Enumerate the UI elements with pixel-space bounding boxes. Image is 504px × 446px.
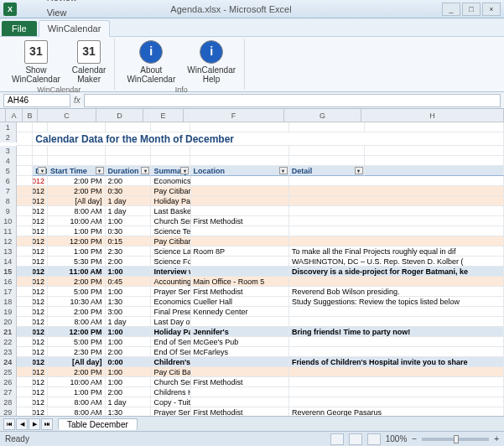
column-header-detail[interactable]: Detail▾ [289, 166, 365, 176]
row-header[interactable]: 10 [0, 216, 17, 226]
detail-cell[interactable] [289, 186, 504, 196]
date-cell[interactable]: Dec 13, 2012 [33, 267, 48, 277]
summary-cell[interactable]: Pay Citibank Credit Card [151, 236, 190, 246]
cell[interactable] [48, 146, 106, 156]
row-header[interactable]: 15 [0, 267, 17, 277]
cell[interactable] [190, 146, 288, 156]
location-cell[interactable] [191, 357, 289, 367]
cell[interactable] [17, 236, 34, 246]
duration-cell[interactable]: 1 day [106, 206, 152, 216]
summary-cell[interactable]: Church Service [151, 377, 190, 387]
ribbon-tab-wincalendar[interactable]: WinCalendar [39, 20, 111, 37]
row-header[interactable]: 29 [0, 407, 17, 416]
date-cell[interactable]: Dec 14, 2012 [33, 307, 48, 317]
location-cell[interactable] [191, 397, 289, 407]
duration-cell[interactable]: 0:30 [106, 226, 152, 236]
row-header[interactable]: 3 [0, 146, 17, 156]
cell[interactable] [17, 176, 34, 186]
cell[interactable] [48, 156, 106, 166]
fx-icon[interactable]: fx [74, 96, 81, 105]
location-cell[interactable]: McFarleys [191, 347, 289, 357]
col-header-G[interactable]: G [284, 109, 361, 122]
summary-cell[interactable]: Final Presentation [151, 307, 190, 317]
cell[interactable] [17, 387, 34, 397]
location-cell[interactable] [191, 267, 289, 277]
duration-cell[interactable]: 1:00 [106, 287, 152, 297]
date-cell[interactable]: Dec 14, 2012 [33, 297, 48, 307]
cell[interactable] [17, 246, 34, 257]
select-all-cell[interactable] [0, 109, 6, 122]
cell[interactable] [17, 257, 34, 267]
cell[interactable] [365, 156, 504, 166]
summary-cell[interactable]: Children's Hospital Holiday Dinner [151, 357, 190, 367]
column-header-location[interactable]: Location▾ [190, 166, 288, 176]
cell[interactable] [17, 397, 34, 407]
summary-cell[interactable]: Economics Lecture 101 [151, 176, 190, 186]
col-header-H[interactable]: H [361, 109, 504, 122]
cell[interactable] [33, 122, 48, 132]
detail-cell[interactable]: Discovery is a side-project for Roger Ba… [289, 267, 504, 277]
close-button[interactable]: × [482, 3, 501, 16]
cell[interactable] [17, 407, 34, 416]
detail-cell[interactable] [289, 387, 504, 397]
location-cell[interactable] [191, 387, 289, 397]
cell[interactable] [17, 216, 34, 226]
time-cell[interactable]: 2:00 PM [48, 176, 106, 186]
row-header[interactable]: 17 [0, 287, 17, 297]
date-cell[interactable]: Dec 12, 2012 [33, 236, 48, 246]
time-cell[interactable]: 5:00 PM [48, 337, 106, 347]
time-cell[interactable]: 2:00 PM [48, 277, 106, 287]
duration-cell[interactable]: 2:00 [106, 347, 152, 357]
time-cell[interactable]: 10:00 AM [48, 377, 106, 387]
summary-cell[interactable]: Prayer Service [151, 407, 190, 416]
duration-cell[interactable]: 2:30 [106, 246, 152, 257]
cell[interactable] [17, 267, 34, 277]
row-header[interactable]: 7 [0, 186, 17, 196]
cell[interactable] [17, 166, 34, 176]
time-cell[interactable]: 11:00 AM [48, 267, 106, 277]
row-header[interactable]: 8 [0, 196, 17, 206]
detail-cell[interactable]: To make all the Final Projects roughly e… [289, 246, 504, 257]
time-cell[interactable]: [All day] [48, 357, 106, 367]
cell[interactable] [17, 327, 34, 337]
duration-cell[interactable]: 0:00 [106, 357, 152, 367]
zoom-in-button[interactable]: + [494, 434, 499, 443]
cell[interactable] [17, 226, 34, 236]
time-cell[interactable]: 8:00 AM [48, 317, 106, 327]
calendar-maker-button[interactable]: 31 Calendar Maker [69, 39, 110, 86]
time-cell[interactable]: 2:00 PM [48, 307, 106, 317]
col-header-A[interactable]: A [6, 109, 23, 122]
date-cell[interactable]: Dec 13, 2012 [33, 277, 48, 287]
summary-cell[interactable]: Church Service [151, 216, 190, 226]
cell[interactable] [17, 377, 34, 387]
detail-cell[interactable] [289, 176, 504, 186]
cell[interactable] [17, 132, 34, 146]
detail-cell[interactable]: Reverend Bob Wilson presiding. [289, 287, 504, 297]
location-cell[interactable]: First Methodist [191, 407, 289, 416]
detail-cell[interactable] [289, 236, 504, 246]
date-cell[interactable]: Dec 20, 2012 [33, 407, 48, 416]
col-header-E[interactable]: E [143, 109, 184, 122]
date-cell[interactable]: Dec 9, 2012 [33, 196, 48, 206]
cell[interactable] [17, 317, 34, 327]
cell[interactable] [17, 186, 34, 196]
row-header[interactable]: 13 [0, 246, 17, 257]
summary-cell[interactable]: Copy - Tuition Due for Next Semeste [151, 397, 190, 407]
cell[interactable] [365, 166, 504, 176]
col-header-D[interactable]: D [96, 109, 143, 122]
column-header-date[interactable]: Date▾ [33, 166, 48, 176]
detail-cell[interactable] [289, 277, 504, 287]
detail-cell[interactable]: WASHINGTON, DC – U.S. Rep. Steven D. Kol… [289, 257, 504, 267]
page-layout-view-button[interactable] [349, 433, 362, 445]
summary-cell[interactable]: Pay Citibank [151, 186, 190, 196]
location-cell[interactable] [191, 196, 289, 206]
duration-cell[interactable]: 2:00 [106, 257, 152, 267]
detail-cell[interactable]: Friends of Children's Hospital invite yo… [289, 357, 504, 367]
row-header[interactable]: 26 [0, 377, 17, 387]
row-header[interactable]: 28 [0, 397, 17, 407]
time-cell[interactable]: 1:00 PM [48, 226, 106, 236]
column-header-summary[interactable]: Summary▾ [151, 166, 190, 176]
time-cell[interactable]: 10:00 AM [48, 216, 106, 226]
cell[interactable] [17, 196, 34, 206]
cell[interactable] [17, 146, 34, 156]
